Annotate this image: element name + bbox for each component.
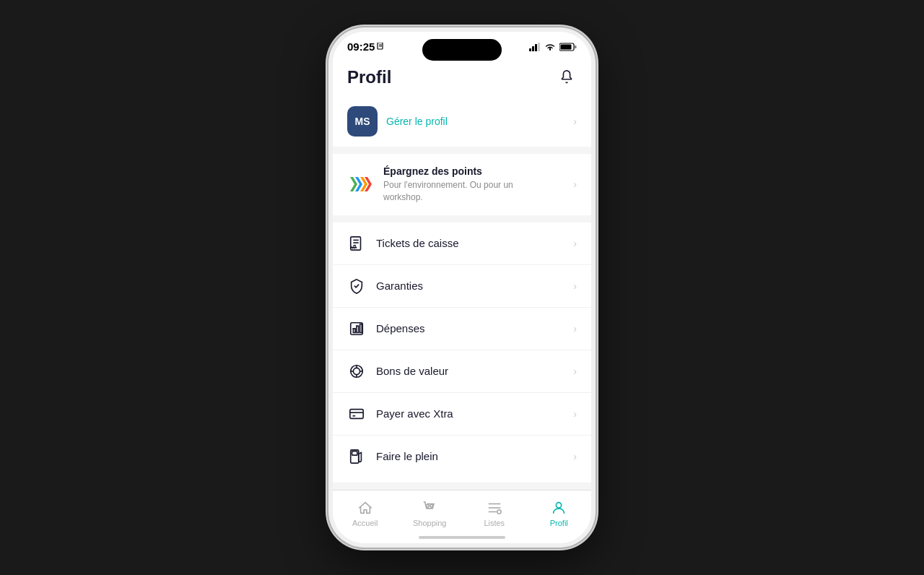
nav-label-profil: Profil bbox=[550, 519, 568, 527]
receipt-icon bbox=[347, 234, 366, 253]
menu-label-depenses: Dépenses bbox=[376, 322, 563, 334]
nav-label-accueil: Accueil bbox=[352, 519, 378, 527]
nav-label-shopping: Shopping bbox=[413, 519, 447, 527]
profile-section[interactable]: MS Gérer le profil › bbox=[333, 96, 591, 147]
menu-label-plein: Faire le plein bbox=[376, 450, 563, 462]
app-content: MS Gérer le profil › bbox=[333, 96, 591, 490]
shopping-icon bbox=[421, 499, 438, 516]
phone-inner: 09:25 bbox=[333, 32, 591, 543]
home-indicator bbox=[333, 533, 591, 543]
svg-rect-19 bbox=[353, 329, 355, 333]
chevron-icon: › bbox=[573, 116, 577, 127]
points-title: Épargnez des points bbox=[383, 165, 563, 177]
points-text-block: Épargnez des points Pour l'environnement… bbox=[383, 165, 563, 204]
time-display: 09:25 bbox=[347, 40, 375, 53]
menu-label-payer: Payer avec Xtra bbox=[376, 407, 563, 420]
svg-point-41 bbox=[557, 503, 562, 508]
nav-shopping[interactable]: Shopping bbox=[398, 496, 463, 530]
chevron-payer: › bbox=[573, 408, 577, 420]
menu-label-bons: Bons de valeur bbox=[376, 365, 563, 377]
points-subtitle: Pour l'environnement. Ou pour unworkshop… bbox=[383, 179, 563, 204]
menu-item-payer[interactable]: Payer avec Xtra › bbox=[333, 393, 591, 436]
points-banner[interactable]: Épargnez des points Pour l'environnement… bbox=[333, 154, 591, 215]
svg-point-40 bbox=[497, 510, 501, 514]
chevron-garanties: › bbox=[573, 280, 577, 292]
fuel-icon bbox=[347, 447, 366, 466]
home-icon bbox=[357, 499, 374, 516]
svg-rect-6 bbox=[538, 43, 540, 51]
doc-icon bbox=[377, 43, 384, 51]
svg-rect-20 bbox=[357, 326, 359, 332]
dynamic-island bbox=[422, 39, 502, 61]
svg-rect-21 bbox=[360, 324, 362, 332]
points-chevron: › bbox=[573, 178, 577, 190]
phone-frame: 09:25 bbox=[328, 27, 596, 548]
chevron-tickets: › bbox=[573, 238, 577, 249]
points-chevrons-icon bbox=[347, 171, 373, 197]
bell-icon[interactable] bbox=[557, 67, 577, 87]
menu-label-tickets: Tickets de caisse bbox=[376, 237, 563, 249]
voucher-icon bbox=[347, 362, 366, 381]
svg-rect-4 bbox=[532, 46, 534, 51]
menu-item-bons[interactable]: Bons de valeur › bbox=[333, 350, 591, 393]
status-icons bbox=[529, 43, 577, 51]
chevron-plein: › bbox=[573, 451, 577, 462]
svg-point-25 bbox=[353, 368, 359, 374]
menu-item-depenses[interactable]: Dépenses › bbox=[333, 308, 591, 350]
nav-listes[interactable]: Listes bbox=[462, 496, 527, 530]
menu-list: Tickets de caisse › Garanties › bbox=[333, 222, 591, 483]
svg-rect-5 bbox=[535, 44, 537, 51]
svg-rect-30 bbox=[350, 409, 363, 418]
svg-rect-8 bbox=[561, 44, 572, 49]
bottom-spacer bbox=[333, 483, 591, 490]
shield-icon bbox=[347, 277, 366, 295]
wifi-icon bbox=[544, 43, 556, 51]
bottom-nav: Accueil Shopping bbox=[333, 490, 591, 533]
svg-rect-3 bbox=[529, 48, 531, 51]
battery-icon bbox=[559, 43, 577, 51]
home-bar bbox=[419, 536, 505, 539]
signal-icon bbox=[529, 43, 541, 51]
status-time: 09:25 bbox=[347, 40, 384, 53]
card-icon bbox=[347, 405, 366, 423]
menu-item-garanties[interactable]: Garanties › bbox=[333, 265, 591, 308]
app-header: Profil bbox=[333, 56, 591, 96]
svg-marker-10 bbox=[350, 177, 357, 191]
nav-profil[interactable]: Profil bbox=[527, 496, 592, 530]
nav-label-listes: Listes bbox=[484, 519, 505, 527]
svg-rect-9 bbox=[575, 46, 577, 48]
page-title: Profil bbox=[347, 67, 391, 87]
menu-label-garanties: Garanties bbox=[376, 280, 563, 292]
chevron-depenses: › bbox=[573, 323, 577, 334]
svg-rect-34 bbox=[352, 451, 357, 455]
list-icon bbox=[486, 499, 503, 516]
chart-icon bbox=[347, 319, 366, 338]
menu-item-plein[interactable]: Faire le plein › bbox=[333, 436, 591, 477]
nav-accueil[interactable]: Accueil bbox=[333, 496, 398, 530]
profil-nav-icon bbox=[550, 499, 567, 516]
menu-item-tickets[interactable]: Tickets de caisse › bbox=[333, 222, 591, 265]
chevron-bons: › bbox=[573, 366, 577, 377]
avatar: MS bbox=[347, 106, 378, 137]
manage-profile-link[interactable]: Gérer le profil bbox=[386, 116, 565, 127]
phone-wrapper: 09:25 bbox=[328, 27, 596, 548]
